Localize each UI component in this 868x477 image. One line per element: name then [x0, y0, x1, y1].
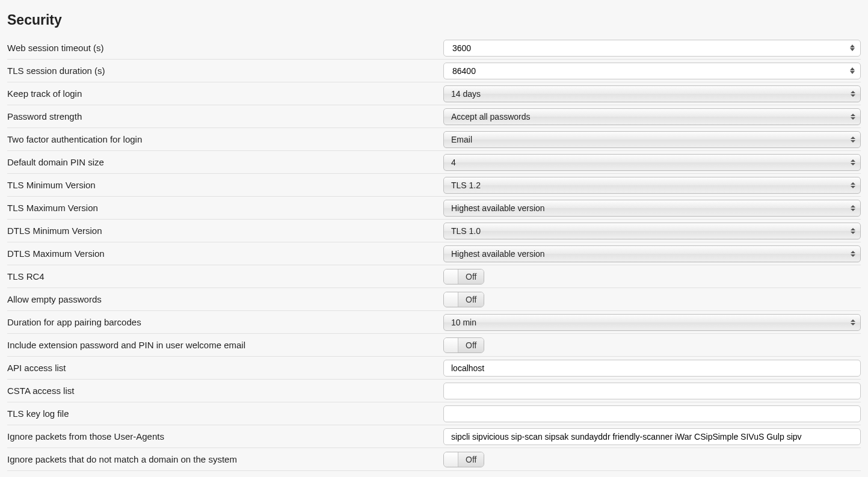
select-default-pin-size[interactable]: 4 [443, 154, 861, 171]
toggle-tls-rc4[interactable]: Off [443, 269, 484, 285]
toggle-label: Off [458, 338, 484, 352]
label-two-factor-auth: Two factor authentication for login [7, 129, 443, 149]
toggle-label: Off [458, 292, 484, 307]
row-api-access-list: API access list [7, 357, 861, 380]
toggle-knob [444, 292, 458, 307]
toggle-label: Off [458, 269, 484, 284]
row-default-pin-size: Default domain PIN size 4 [7, 151, 861, 174]
row-two-factor-auth: Two factor authentication for login Emai… [7, 128, 861, 151]
input-api-access-list[interactable] [443, 360, 861, 377]
input-csta-access-list[interactable] [443, 383, 861, 399]
toggle-include-pw-welcome[interactable]: Off [443, 337, 484, 353]
row-include-pw-welcome: Include extension password and PIN in us… [7, 334, 861, 357]
input-web-session-timeout[interactable] [443, 40, 861, 57]
row-tls-min-version: TLS Minimum Version TLS 1.2 [7, 174, 861, 197]
row-keep-track-login: Keep track of login 14 days [7, 82, 861, 105]
input-tls-session-duration[interactable] [443, 63, 861, 79]
label-ignore-user-agents: Ignore packets from those User-Agents [7, 426, 443, 446]
label-dtls-max-version: DTLS Maximum Version [7, 244, 443, 263]
toggle-knob [444, 269, 458, 284]
label-default-pin-size: Default domain PIN size [7, 152, 443, 172]
toggle-knob [444, 338, 458, 352]
toggle-ignore-nomatch-domain[interactable]: Off [443, 452, 484, 467]
toggle-label: Off [458, 452, 484, 467]
label-allow-empty-passwords: Allow empty passwords [7, 289, 443, 309]
label-include-pw-welcome: Include extension password and PIN in us… [7, 335, 443, 355]
label-web-session-timeout: Web session timeout (s) [7, 38, 443, 58]
label-tls-rc4: TLS RC4 [7, 266, 443, 286]
row-ignore-user-agents: Ignore packets from those User-Agents [7, 425, 861, 448]
row-ignore-nomatch-domain: Ignore packets that do not match a domai… [7, 448, 861, 471]
select-tls-max-version[interactable]: Highest available version [443, 200, 861, 217]
select-value: 10 min [451, 318, 476, 327]
row-tls-keylog-file: TLS key log file [7, 402, 861, 425]
select-value: 4 [451, 158, 456, 167]
input-ignore-user-agents[interactable] [443, 428, 861, 445]
label-tls-keylog-file: TLS key log file [7, 404, 443, 423]
row-barcode-duration: Duration for app pairing barcodes 10 min [7, 311, 861, 334]
row-tls-max-version: TLS Maximum Version Highest available ve… [7, 197, 861, 220]
label-tls-min-version: TLS Minimum Version [7, 175, 443, 195]
select-value: TLS 1.2 [451, 180, 481, 190]
row-password-strength: Password strength Accept all passwords [7, 105, 861, 128]
row-tls-rc4: TLS RC4 Off [7, 265, 861, 288]
toggle-knob [444, 452, 458, 467]
select-keep-track-login[interactable]: 14 days [443, 85, 861, 102]
label-csta-access-list: CSTA access list [7, 381, 443, 401]
select-barcode-duration[interactable]: 10 min [443, 314, 861, 331]
select-value: 14 days [451, 89, 481, 99]
label-keep-track-login: Keep track of login [7, 84, 443, 103]
select-dtls-max-version[interactable]: Highest available version [443, 245, 861, 262]
select-value: Highest available version [451, 203, 545, 213]
label-tls-session-duration: TLS session duration (s) [7, 61, 443, 81]
row-allow-empty-passwords: Allow empty passwords Off [7, 288, 861, 311]
row-dtls-max-version: DTLS Maximum Version Highest available v… [7, 242, 861, 265]
select-value: TLS 1.0 [451, 226, 481, 236]
select-value: Highest available version [451, 249, 545, 259]
label-dtls-min-version: DTLS Minimum Version [7, 221, 443, 241]
label-barcode-duration: Duration for app pairing barcodes [7, 312, 443, 332]
label-tls-max-version: TLS Maximum Version [7, 198, 443, 218]
select-password-strength[interactable]: Accept all passwords [443, 108, 861, 125]
row-web-session-timeout: Web session timeout (s) [7, 37, 861, 60]
select-tls-min-version[interactable]: TLS 1.2 [443, 177, 861, 194]
row-tls-session-duration: TLS session duration (s) [7, 60, 861, 82]
select-value: Email [451, 135, 472, 144]
input-tls-keylog-file[interactable] [443, 405, 861, 422]
label-password-strength: Password strength [7, 106, 443, 126]
label-ignore-nomatch-domain: Ignore packets that do not match a domai… [7, 449, 443, 469]
select-two-factor-auth[interactable]: Email [443, 131, 861, 148]
toggle-allow-empty-passwords[interactable]: Off [443, 292, 484, 307]
section-title-security: Security [7, 12, 861, 28]
label-api-access-list: API access list [7, 358, 443, 378]
row-dtls-min-version: DTLS Minimum Version TLS 1.0 [7, 220, 861, 242]
select-value: Accept all passwords [451, 112, 531, 122]
row-csta-access-list: CSTA access list [7, 380, 861, 402]
select-dtls-min-version[interactable]: TLS 1.0 [443, 223, 861, 239]
